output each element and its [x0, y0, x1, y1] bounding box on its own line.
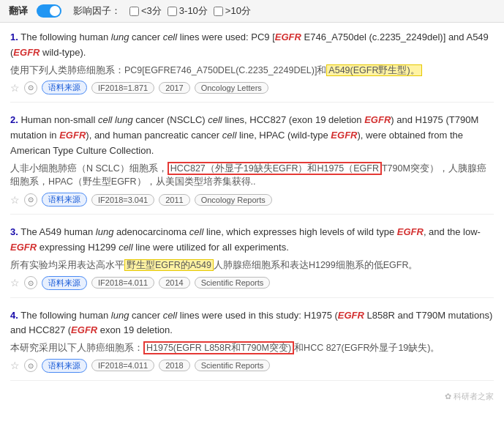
if-tag-2[interactable]: IF2018=3.041: [91, 194, 154, 206]
star-3[interactable]: ☆: [10, 277, 20, 289]
filter-3to10-label: 3-10分: [179, 4, 208, 18]
if-tag-1[interactable]: IF2018=1.871: [91, 82, 154, 94]
filter-3to10[interactable]: 3-10分: [168, 4, 208, 18]
result-footer-1: ☆ ⊙ 语料来源 IF2018=1.871 2017 Oncology Lett…: [10, 81, 494, 94]
filter-lt3-checkbox[interactable]: [129, 7, 139, 16]
egfr-3b: EGFR: [10, 242, 37, 253]
result-english-1: 1. The following human lung cancer cell …: [10, 30, 494, 61]
highlight-1: A549(EGFR野生型)。: [326, 64, 421, 76]
star-2[interactable]: ☆: [10, 194, 20, 206]
source-tag-4[interactable]: 语料来源: [42, 359, 87, 373]
circle-icon-2[interactable]: ⊙: [24, 193, 37, 207]
watermark: ✿ 科研者之家: [10, 391, 494, 402]
result-item-3: 3. The A549 human lung adenocarcinoma ce…: [10, 225, 494, 297]
source-tag-3[interactable]: 语料来源: [42, 276, 87, 290]
journal-tag-1[interactable]: Oncology Letters: [195, 82, 268, 94]
egfr-3a: EGFR: [397, 226, 424, 237]
toggle-thumb: [50, 6, 60, 16]
result-item-4: 4. The following human lung cancer cell …: [10, 308, 494, 381]
egfr-4b: EGFR: [71, 324, 97, 335]
year-tag-2[interactable]: 2011: [159, 194, 189, 206]
egfr-1b: EGFR: [13, 47, 40, 58]
translate-label: 翻译: [9, 4, 28, 18]
lung-3: lung: [96, 226, 114, 237]
source-tag-2[interactable]: 语料来源: [42, 193, 87, 207]
cell-3: cell: [189, 226, 204, 237]
watermark-text: 科研者之家: [454, 392, 494, 401]
egfr-2a: EGFR: [364, 114, 391, 125]
result-number-3: 3.: [10, 226, 18, 237]
lung-2: lung: [115, 114, 133, 125]
result-item-2: 2. Human non-small cell lung cancer (NSC…: [10, 113, 494, 215]
translate-toggle[interactable]: [37, 4, 61, 18]
result-footer-3: ☆ ⊙ 语料来源 IF2018=4.011 2014 Scientific Re…: [10, 276, 494, 290]
result-footer-4: ☆ ⊙ 语料来源 IF2018=4.011 2018 Scientific Re…: [10, 359, 494, 373]
toggle-track: [37, 4, 61, 18]
if-tag-4[interactable]: IF2018=4.011: [91, 360, 154, 371]
filter-lt3-label: <3分: [141, 4, 162, 18]
cell-2b: cell: [208, 114, 222, 125]
result-number-4: 4.: [10, 310, 18, 321]
egfr-2c: EGFR: [331, 130, 357, 141]
circle-icon-4[interactable]: ⊙: [24, 359, 37, 372]
result-footer-2: ☆ ⊙ 语料来源 IF2018=3.041 2011 Oncology Repo…: [10, 193, 494, 207]
filter-3to10-checkbox[interactable]: [168, 7, 177, 16]
cell-4: cell: [163, 310, 178, 321]
watermark-icon: ✿: [445, 392, 451, 401]
if-label: 影响因子：: [73, 4, 121, 18]
result-chinese-1: 使用下列人类肺癌细胞系：PC9[EGFRE746_A750DEL(C.2235_…: [10, 64, 494, 78]
year-tag-3[interactable]: 2014: [159, 277, 189, 289]
star-4[interactable]: ☆: [10, 360, 20, 371]
toolbar: 翻译 影响因子： <3分 3-10分 >10分: [0, 0, 504, 23]
journal-tag-4[interactable]: Scientific Reports: [195, 360, 271, 371]
cell-3b: cell: [119, 242, 133, 253]
egfr-4a: EGFR: [338, 310, 364, 321]
result-chinese-4: 本研究采用以下人肺癌细胞系：H1975(EGFR L858R和T790M突变)和…: [10, 341, 494, 355]
result-english-3: 3. The A549 human lung adenocarcinoma ce…: [10, 225, 494, 256]
egfr-2b: EGFR: [59, 130, 86, 141]
cell-2c: cell: [222, 130, 237, 141]
cell-1: cell: [163, 31, 178, 42]
if-tag-3[interactable]: IF2018=4.011: [91, 277, 154, 289]
year-tag-4[interactable]: 2018: [159, 360, 189, 371]
filter-lt3[interactable]: <3分: [129, 4, 162, 18]
egfr-1a: EGFR: [275, 31, 301, 42]
source-tag-1[interactable]: 语料来源: [42, 81, 87, 94]
filter-gt10-label: >10分: [225, 4, 251, 18]
year-tag-1[interactable]: 2017: [159, 82, 189, 94]
highlight-2a: HCC827（外显子19缺失EGFR）和H1975（EGFR: [168, 162, 382, 175]
highlight-3: 野生型EGFR的A549: [124, 259, 214, 271]
cell-2: cell: [98, 114, 113, 125]
journal-tag-2[interactable]: Oncology Reports: [195, 194, 272, 206]
result-chinese-3: 所有实验均采用表达高水平野生型EGFR的A549人肺腺癌细胞系和表达H1299细…: [10, 259, 494, 272]
circle-icon-1[interactable]: ⊙: [24, 81, 37, 94]
journal-tag-3[interactable]: Scientific Reports: [195, 277, 271, 289]
result-number-1: 1.: [10, 31, 18, 42]
highlight-4: H1975(EGFR L858R和T790M突变): [143, 341, 294, 354]
results-list: 1. The following human lung cancer cell …: [0, 23, 504, 408]
filter-group: <3分 3-10分 >10分: [129, 4, 251, 18]
lung-4: lung: [111, 310, 129, 321]
circle-icon-3[interactable]: ⊙: [24, 276, 37, 289]
result-chinese-2: 人非小细胞肺癌（N SCLC）细胞系，HCC827（外显子19缺失EGFR）和H…: [10, 162, 494, 190]
filter-gt10[interactable]: >10分: [214, 4, 251, 18]
result-english-4: 4. The following human lung cancer cell …: [10, 308, 494, 339]
result-number-2: 2.: [10, 114, 18, 125]
lung-1: lung: [111, 31, 129, 42]
star-1[interactable]: ☆: [10, 82, 20, 94]
filter-gt10-checkbox[interactable]: [214, 7, 223, 16]
result-item-1: 1. The following human lung cancer cell …: [10, 30, 494, 103]
result-english-2: 2. Human non-small cell lung cancer (NSC…: [10, 113, 494, 158]
